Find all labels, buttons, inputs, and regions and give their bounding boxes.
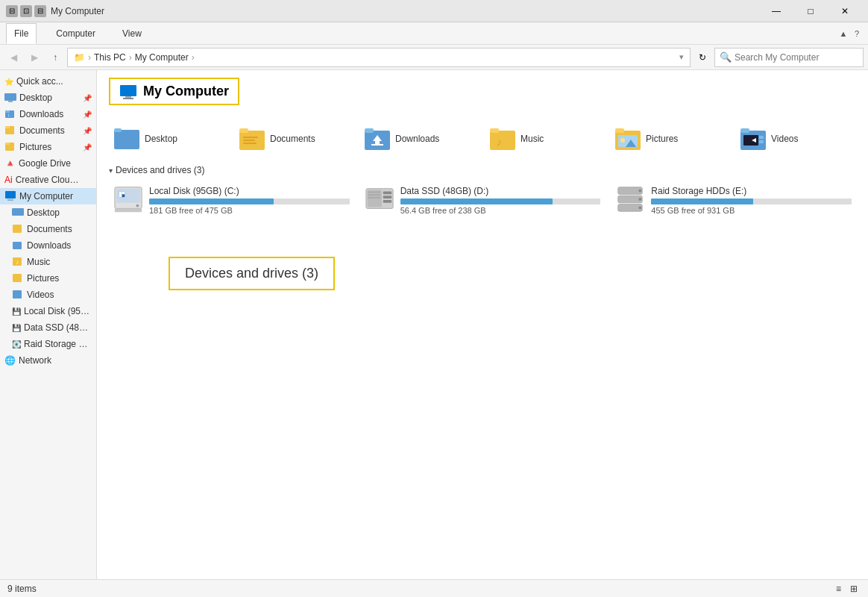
svg-rect-58: [383, 200, 391, 203]
view-list-button[interactable]: ≡: [833, 582, 844, 596]
sidebar-item-creative[interactable]: Ai Creative Cloud Files: [0, 172, 96, 188]
folder-pictures[interactable]: Pictures: [610, 125, 731, 153]
minimize-button[interactable]: —: [759, 0, 793, 22]
devices-section-label: Devices and drives (3): [116, 165, 204, 175]
drive-local-c[interactable]: Local Disk (95GB) (C:) 181 GB free of 47…: [109, 181, 354, 219]
title-bar-icons: ⊟ ⊡ ⊟: [6, 5, 46, 17]
maximize-button[interactable]: □: [793, 0, 828, 22]
svg-rect-62: [618, 187, 642, 195]
up-button[interactable]: ↑: [46, 49, 64, 66]
forward-button[interactable]: ▶: [25, 49, 43, 66]
folder-downloads[interactable]: Downloads: [359, 125, 480, 153]
folder-downloads-label: Downloads: [395, 134, 439, 144]
svg-rect-16: [13, 274, 22, 282]
pin-icon: 📌: [83, 94, 92, 102]
sidebar-item-mycomputer[interactable]: My Computer: [0, 188, 96, 204]
quickaccess-icon: ⭐: [4, 78, 13, 86]
svg-rect-37: [615, 128, 624, 133]
drive-data-ssd-d[interactable]: Data SSD (48GB) (D:) 56.4 GB free of 238…: [360, 181, 606, 219]
svg-rect-18: [120, 85, 136, 96]
ribbon-tab-view[interactable]: View: [115, 24, 149, 43]
svg-rect-60: [367, 194, 380, 196]
sidebar-item-videos[interactable]: Videos: [0, 287, 96, 303]
sidebar-item-localdisk[interactable]: 💾 Local Disk (95GB) (C:: [0, 303, 96, 319]
status-bar: 9 items ≡ ⊞: [0, 579, 868, 597]
pictures2-icon: [12, 272, 24, 285]
sidebar-item-pictures2[interactable]: Pictures: [0, 270, 96, 287]
svg-rect-45: [759, 136, 764, 139]
svg-point-66: [639, 198, 642, 201]
pictures-qa-icon: [4, 141, 16, 154]
title-bar: ⊟ ⊡ ⊟ My Computer — □ ✕: [0, 0, 868, 22]
svg-rect-25: [243, 137, 258, 138]
sidebar-item-pictures-qa[interactable]: Pictures 📌: [0, 139, 96, 155]
sidebar-network-label: Network: [19, 355, 51, 366]
folder-desktop[interactable]: Desktop: [109, 125, 230, 153]
refresh-button[interactable]: ↻: [694, 49, 711, 66]
documents2-icon: [12, 223, 24, 236]
raid-e-icon: [615, 186, 645, 213]
network-icon: 🌐: [4, 355, 16, 366]
search-icon: 🔍: [720, 51, 732, 63]
search-input[interactable]: [735, 52, 858, 63]
back-button[interactable]: ◀: [4, 49, 22, 66]
address-path[interactable]: 📁 › This PC › My Computer › ▾: [67, 48, 691, 67]
ribbon-tab-file[interactable]: File: [6, 23, 37, 44]
music-icon: ♪: [12, 256, 24, 269]
downloads-qa-icon: ↓: [4, 108, 16, 121]
svg-point-67: [639, 207, 642, 210]
creative-icon: Ai: [4, 175, 13, 185]
drive-raid-e[interactable]: Raid Storage HDDs (E:) 455 GB free of 93…: [611, 181, 856, 219]
sidebar-item-downloads2[interactable]: Downloads: [0, 237, 96, 254]
sidebar-item-music[interactable]: ♪ Music: [0, 254, 96, 270]
sidebar-item-documents2[interactable]: Documents: [0, 221, 96, 237]
folder-music[interactable]: ♪ Music: [485, 125, 606, 153]
folder-videos[interactable]: Videos: [735, 125, 856, 153]
address-bar: ◀ ▶ ↑ 📁 › This PC › My Computer › ▾ ↻ 🔍: [0, 45, 868, 70]
pin-icon-4: 📌: [83, 143, 92, 151]
svg-rect-63: [618, 196, 642, 203]
sidebar-item-desktop2[interactable]: Desktop: [0, 204, 96, 221]
sidebar-documents-qa-label: Documents: [19, 125, 65, 136]
quick-access-icon[interactable]: ⊟: [6, 5, 18, 17]
sidebar-localdisk-label: Local Disk (95GB) (C:: [24, 306, 91, 316]
folder-documents[interactable]: Documents: [234, 125, 355, 153]
mycomputer-header-highlight: My Computer: [109, 78, 239, 105]
sidebar-music-label: Music: [27, 257, 50, 267]
sidebar-item-raidhdds[interactable]: 💽 Raid Storage HDDs: [0, 336, 96, 352]
ribbon-collapse-icon[interactable]: ▲: [838, 28, 849, 39]
sidebar-item-documents-qa[interactable]: Documents 📌: [0, 122, 96, 139]
localdisk-icon: 💾: [12, 307, 21, 316]
title-bar-icon-2[interactable]: ⊡: [20, 5, 32, 17]
close-button[interactable]: ✕: [828, 0, 862, 22]
search-box[interactable]: 🔍: [714, 48, 864, 67]
sidebar-item-desktop-qa[interactable]: Desktop 📌: [0, 90, 96, 106]
svg-point-39: [620, 138, 625, 143]
sidebar-item-downloads-qa[interactable]: ↓ Downloads 📌: [0, 106, 96, 122]
pictures-folder-icon: [614, 128, 641, 150]
mycomputer-icon: [4, 190, 16, 203]
title-bar-icon-3[interactable]: ⊟: [34, 5, 46, 17]
sidebar-desktop-qa-label: Desktop: [19, 93, 52, 103]
svg-rect-29: [365, 128, 374, 133]
sidebar-item-googledrive[interactable]: 🔺 Google Drive: [0, 155, 96, 172]
ribbon-help-icon[interactable]: ?: [852, 28, 862, 39]
svg-rect-22: [114, 128, 122, 132]
section-toggle-icon[interactable]: ▾: [109, 166, 113, 175]
svg-rect-51: [122, 192, 125, 195]
ribbon-tab-computer[interactable]: Computer: [48, 24, 103, 43]
devices-annotation-text: Devices and drives (3): [185, 266, 318, 281]
sidebar-pictures2-label: Pictures: [27, 273, 59, 284]
drives-section: ▾ Devices and drives (3): [109, 165, 856, 219]
sidebar-item-datassd[interactable]: 💾 Data SSD (48GB) (D:: [0, 319, 96, 336]
sidebar-raidhdds-label: Raid Storage HDDs: [24, 339, 91, 349]
window-title: My Computer: [51, 6, 104, 16]
raidhdds-icon: 💽: [12, 340, 21, 348]
ribbon: File Computer View ▲ ?: [0, 22, 868, 45]
svg-rect-57: [383, 196, 391, 199]
sidebar-item-network[interactable]: 🌐 Network: [0, 352, 96, 369]
raid-e-bar-bg: [651, 199, 852, 204]
sidebar-item-quickaccess[interactable]: ⭐ Quick acc...: [0, 73, 96, 90]
data-ssd-d-bar-bg: [400, 199, 601, 204]
view-grid-button[interactable]: ⊞: [847, 582, 861, 596]
